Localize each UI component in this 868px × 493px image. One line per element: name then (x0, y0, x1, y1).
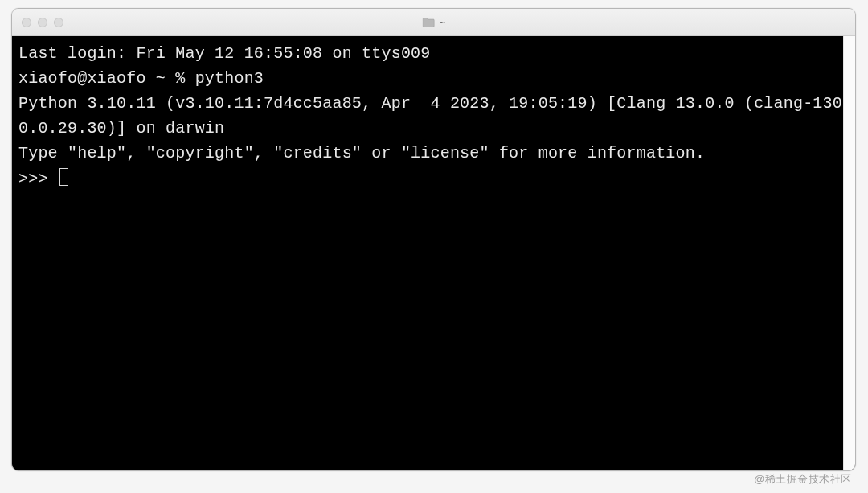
maximize-button[interactable] (54, 18, 63, 27)
shell-prompt: xiaofo@xiaofo ~ % (18, 69, 195, 88)
terminal-window: ~ Last login: Fri May 12 16:55:08 on tty… (11, 8, 856, 471)
window-controls (22, 18, 63, 27)
terminal-content[interactable]: Last login: Fri May 12 16:55:08 on ttys0… (18, 41, 849, 191)
scrollbar[interactable] (843, 36, 855, 470)
window-title-group: ~ (422, 16, 446, 28)
python-banner-1: Python 3.10.11 (v3.10.11:7d4cc5aa85, Apr… (18, 94, 842, 138)
titlebar[interactable]: ~ (12, 9, 855, 36)
repl-prompt-line: >>> (18, 166, 849, 191)
last-login-line: Last login: Fri May 12 16:55:08 on ttys0… (18, 44, 430, 63)
shell-command: python3 (195, 69, 264, 88)
minimize-button[interactable] (38, 18, 47, 27)
repl-prompt: >>> (18, 166, 58, 191)
python-banner-2: Type "help", "copyright", "credits" or "… (18, 144, 705, 162)
folder-icon (422, 18, 435, 27)
cursor (59, 168, 68, 186)
close-button[interactable] (22, 18, 31, 27)
terminal-area[interactable]: Last login: Fri May 12 16:55:08 on ttys0… (12, 36, 855, 470)
window-title: ~ (440, 16, 446, 28)
watermark-text: @稀土掘金技术社区 (754, 472, 852, 487)
